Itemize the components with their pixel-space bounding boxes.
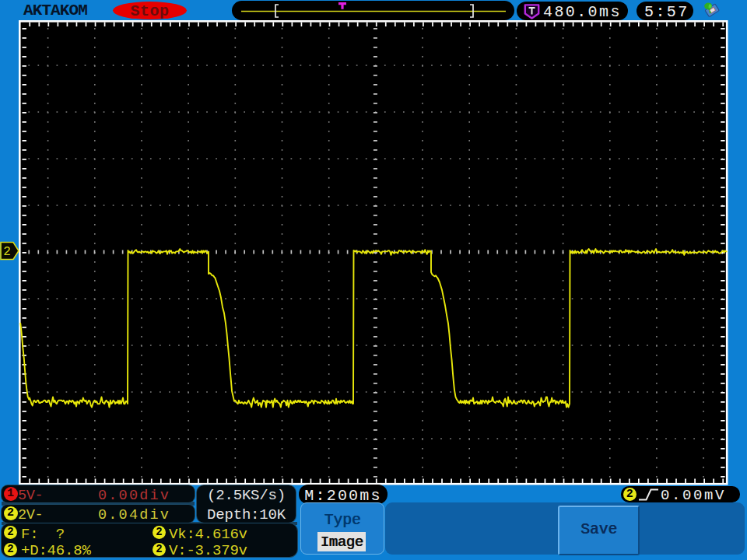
- svg-text:2: 2: [3, 245, 11, 259]
